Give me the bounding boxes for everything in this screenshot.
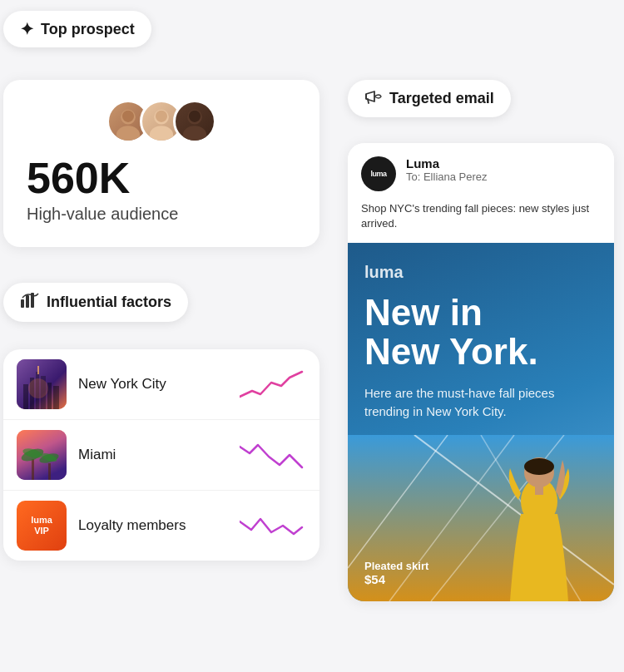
factor-name-loyalty: Loyalty members (78, 517, 228, 534)
svg-rect-22 (32, 459, 34, 480)
svg-point-2 (122, 111, 134, 122)
influential-factors-label: Influential factors (47, 294, 171, 311)
svg-point-8 (189, 111, 201, 122)
banner-logo: luma (364, 263, 597, 282)
banner-body: Here are the must-have fall pieces trend… (364, 384, 597, 422)
vip-label: VIP (31, 526, 52, 536)
top-prospect-badge: ✦ Top prospect (3, 11, 151, 47)
luma-brand: luma (31, 515, 52, 526)
product-name: Pleated skirt (364, 560, 428, 572)
factor-row-loyalty: luma VIP Loyalty members (3, 491, 319, 561)
product-price: $54 (364, 572, 428, 586)
chart-icon (20, 291, 40, 314)
avatar-face (176, 102, 214, 141)
nyc-thumbnail (17, 359, 67, 409)
svg-point-35 (524, 458, 554, 475)
svg-rect-19 (37, 366, 39, 374)
svg-rect-10 (26, 295, 29, 308)
sender-initial: luma (370, 170, 386, 178)
factors-card: New York City (3, 349, 319, 561)
banner-image-area: Pleated skirt $54 (348, 435, 614, 601)
avatar-group (27, 100, 296, 143)
factor-row-nyc: New York City (3, 349, 319, 420)
email-banner: luma New inNew York. Here are the must-h… (348, 243, 614, 600)
sparkline-miami (240, 438, 306, 472)
targeted-email-badge: Targeted email (348, 80, 511, 117)
svg-point-20 (28, 378, 48, 398)
email-sender-icon: luma (361, 156, 396, 191)
audience-label: High-value audience (27, 205, 296, 224)
luma-vip-thumbnail: luma VIP (17, 501, 67, 551)
factor-name-miami: Miami (78, 447, 228, 463)
svg-rect-23 (48, 463, 51, 480)
svg-rect-9 (21, 299, 24, 308)
svg-point-5 (156, 111, 167, 122)
audience-card: 560K High-value audience (3, 80, 319, 247)
svg-point-1 (116, 126, 140, 143)
svg-rect-13 (23, 384, 28, 409)
svg-rect-18 (53, 386, 59, 409)
megaphone-icon (364, 88, 383, 109)
email-header: luma Luma To: Elliana Perez (348, 143, 614, 201)
svg-point-4 (150, 126, 173, 143)
targeted-email-label: Targeted email (389, 90, 494, 107)
factor-row-miami: Miami (3, 420, 319, 491)
sparkline-loyalty (240, 509, 306, 542)
email-to: To: Elliana Perez (406, 170, 601, 183)
email-card: luma Luma To: Elliana Perez Shop NYC's t… (348, 143, 614, 601)
svg-rect-36 (535, 485, 543, 495)
svg-point-7 (183, 126, 206, 143)
product-tag: Pleated skirt $54 (364, 560, 428, 586)
star-icon: ✦ (20, 19, 34, 39)
audience-stat: 560K (27, 156, 296, 200)
email-meta: Luma To: Elliana Perez (406, 156, 601, 183)
email-from: Luma (406, 156, 601, 170)
avatar (173, 100, 216, 143)
woman-illustration (473, 435, 606, 601)
top-prospect-label: Top prospect (41, 21, 135, 38)
email-preview-text: Shop NYC's trending fall pieces: new sty… (348, 201, 614, 243)
sparkline-nyc (240, 368, 306, 401)
svg-line-29 (348, 435, 448, 568)
miami-thumbnail (17, 430, 67, 480)
factor-name-nyc: New York City (78, 376, 228, 393)
influential-factors-badge: Influential factors (3, 283, 188, 322)
banner-title: New inNew York. (364, 294, 597, 370)
